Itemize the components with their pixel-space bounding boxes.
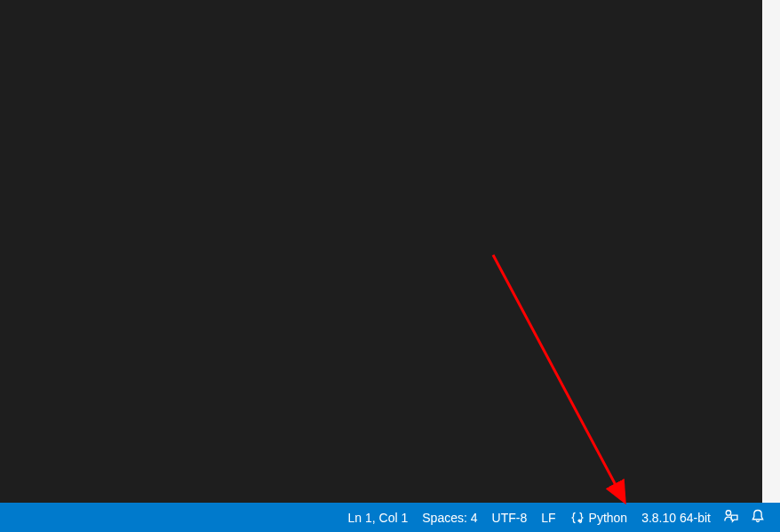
vertical-scrollbar[interactable]	[750, 0, 762, 503]
python-interpreter-item[interactable]: 3.8.10 64-bit	[634, 503, 718, 532]
svg-point-1	[726, 511, 730, 515]
language-mode-item[interactable]: Python	[563, 503, 635, 532]
feedback-icon	[723, 508, 739, 527]
bell-icon	[750, 508, 766, 527]
eol-label: LF	[541, 511, 555, 525]
status-bar: Ln 1, Col 1 Spaces: 4 UTF-8 LF Python 3.…	[0, 503, 780, 532]
svg-point-0	[577, 519, 580, 521]
encoding-item[interactable]: UTF-8	[485, 503, 535, 532]
feedback-item[interactable]	[718, 503, 744, 532]
language-mode-label: Python	[589, 511, 628, 525]
right-gutter	[762, 0, 780, 503]
braces-icon	[570, 511, 585, 525]
indentation-label: Spaces: 4	[422, 511, 477, 525]
encoding-label: UTF-8	[492, 511, 528, 525]
cursor-position-label: Ln 1, Col 1	[348, 511, 409, 525]
eol-item[interactable]: LF	[534, 503, 562, 532]
notifications-item[interactable]	[744, 503, 771, 532]
editor-area[interactable]	[0, 0, 750, 503]
python-interpreter-label: 3.8.10 64-bit	[641, 511, 711, 525]
cursor-position-item[interactable]: Ln 1, Col 1	[341, 503, 416, 532]
indentation-item[interactable]: Spaces: 4	[415, 503, 484, 532]
